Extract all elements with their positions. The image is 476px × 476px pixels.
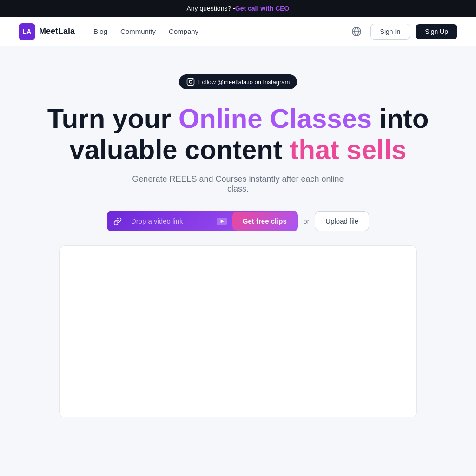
demo-area [59, 245, 417, 417]
globe-icon [351, 26, 362, 37]
link-icon [113, 217, 122, 225]
video-input-inner: Get free clips [108, 212, 297, 231]
instagram-icon [186, 78, 195, 86]
youtube-icon [217, 218, 227, 225]
logo-name: MeetLala [39, 26, 75, 36]
top-banner: Any questions? -Get call with CEO [0, 0, 476, 17]
svg-rect-3 [187, 79, 194, 86]
logo-badge: LA [19, 23, 35, 40]
navbar: LA MeetLala Blog Community Company Sign … [0, 17, 476, 46]
hero-title-highlight1: Online Classes [178, 103, 372, 133]
signup-button[interactable]: Sign Up [416, 24, 457, 39]
input-area: Get free clips or Upload file [107, 211, 369, 231]
hero-title: Turn your Online Classes into valuable c… [36, 103, 440, 165]
navbar-right: Sign In Sign Up [348, 23, 457, 40]
or-separator: or [304, 218, 309, 225]
instagram-badge[interactable]: Follow @meetlala.io on Instagram [179, 74, 298, 89]
upload-file-button[interactable]: Upload file [315, 211, 369, 231]
video-link-input[interactable] [127, 212, 211, 230]
hero-subtitle: Generate REELS and Courses instantly aft… [122, 174, 354, 194]
link-icon-box [108, 212, 127, 230]
svg-point-5 [192, 79, 193, 80]
hero-section: Follow @meetlala.io on Instagram Turn yo… [0, 46, 476, 431]
signin-button[interactable]: Sign In [370, 24, 410, 40]
svg-point-4 [189, 80, 192, 83]
nav-link-community[interactable]: Community [120, 27, 156, 35]
logo-link[interactable]: LA MeetLala [19, 23, 75, 40]
language-button[interactable] [348, 23, 365, 40]
navbar-left: LA MeetLala Blog Community Company [19, 23, 198, 40]
hero-title-highlight2: that sells [290, 134, 406, 165]
banner-text: Any questions? - [187, 5, 235, 12]
video-input-wrapper: Get free clips [107, 211, 298, 231]
get-clips-button[interactable]: Get free clips [232, 212, 297, 231]
youtube-icon-box [211, 213, 232, 230]
instagram-badge-text: Follow @meetlala.io on Instagram [198, 79, 290, 86]
nav-link-blog[interactable]: Blog [93, 27, 107, 35]
banner-cta-link[interactable]: Get call with CEO [235, 5, 290, 12]
nav-link-company[interactable]: Company [169, 27, 198, 35]
nav-links: Blog Community Company [93, 27, 198, 35]
hero-title-part1: Turn your [47, 103, 178, 133]
